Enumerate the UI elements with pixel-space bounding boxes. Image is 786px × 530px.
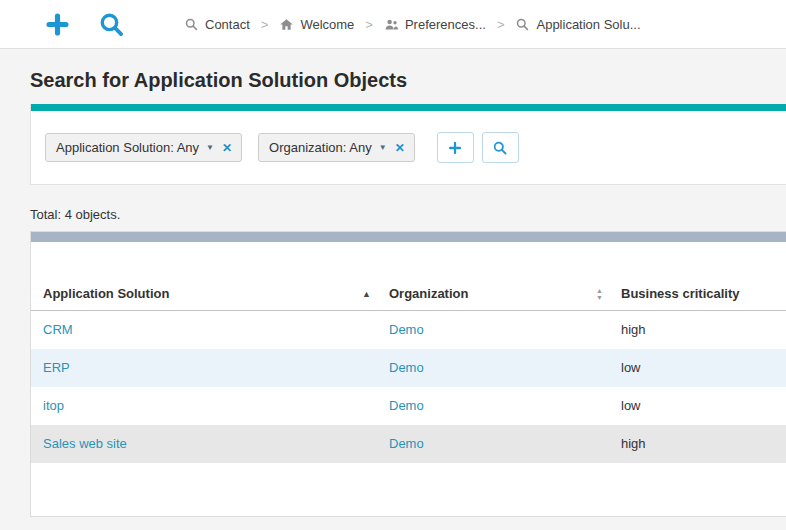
cell-business-criticality: low <box>609 387 786 425</box>
column-label: Business criticality <box>621 286 740 301</box>
search-icon <box>98 11 125 38</box>
table-row: Sales web site Demo high <box>31 425 786 463</box>
column-label: Application Solution <box>43 286 169 301</box>
search-panel: Application Solution: Any ▼ ✕ Organizati… <box>30 104 786 185</box>
search-icon <box>492 140 508 156</box>
cell-organization: Demo <box>377 311 609 349</box>
run-search-button[interactable] <box>482 132 519 163</box>
plus-icon <box>447 140 463 156</box>
table-row: itop Demo low <box>31 387 786 425</box>
breadcrumb-item-welcome[interactable]: Welcome <box>279 17 354 32</box>
breadcrumb-item-contact[interactable]: Contact <box>184 17 250 32</box>
global-search-button[interactable] <box>94 7 128 41</box>
global-toolbar: Contact > Welcome > Preferences... > <box>0 0 786 49</box>
app-window: Contact > Welcome > Preferences... > <box>0 0 786 530</box>
filter-bar: Application Solution: Any ▼ ✕ Organizati… <box>31 111 786 184</box>
results-panel: Application Solution ▲ Organization ▲ ▼ <box>30 231 786 517</box>
breadcrumb-label: Contact <box>205 17 250 32</box>
filter-chip-organization[interactable]: Organization: Any ▼ ✕ <box>258 133 415 162</box>
organization-link[interactable]: Demo <box>389 360 424 375</box>
column-header-application-solution[interactable]: Application Solution ▲ <box>31 286 377 311</box>
column-header-organization[interactable]: Organization ▲ ▼ <box>377 286 609 311</box>
column-header-business-criticality[interactable]: Business criticality <box>609 286 786 311</box>
cell-organization: Demo <box>377 387 609 425</box>
add-criterion-button[interactable] <box>437 132 474 163</box>
chevron-right-icon: > <box>497 17 505 32</box>
cell-application-solution: ERP <box>31 349 377 387</box>
application-solution-link[interactable]: ERP <box>43 360 70 375</box>
filter-chip-application-solution[interactable]: Application Solution: Any ▼ ✕ <box>45 133 242 162</box>
organization-link[interactable]: Demo <box>389 398 424 413</box>
table-row: ERP Demo low <box>31 349 786 387</box>
table-header-row: Application Solution ▲ Organization ▲ ▼ <box>31 286 786 311</box>
remove-filter-icon[interactable]: ✕ <box>395 141 405 155</box>
search-icon <box>515 17 530 32</box>
chevron-right-icon: > <box>261 17 269 32</box>
page-title: Search for Application Solution Objects <box>30 69 786 92</box>
cell-application-solution: CRM <box>31 311 377 349</box>
organization-link[interactable]: Demo <box>389 436 424 451</box>
filter-label: Application Solution: Any <box>56 140 199 155</box>
home-icon <box>279 17 294 32</box>
application-solution-link[interactable]: CRM <box>43 322 73 337</box>
table-row: CRM Demo high <box>31 311 786 349</box>
filter-label: Organization: Any <box>269 140 372 155</box>
cell-business-criticality: low <box>609 349 786 387</box>
results-table: Application Solution ▲ Organization ▲ ▼ <box>31 286 786 463</box>
breadcrumb-label: Preferences... <box>405 17 486 32</box>
cell-business-criticality: high <box>609 311 786 349</box>
remove-filter-icon[interactable]: ✕ <box>222 141 232 155</box>
search-icon <box>184 17 199 32</box>
plus-icon <box>44 11 71 38</box>
breadcrumb-label: Welcome <box>300 17 354 32</box>
column-label: Organization <box>389 286 468 301</box>
chevron-right-icon: > <box>365 17 373 32</box>
breadcrumb: Contact > Welcome > Preferences... > <box>184 17 641 32</box>
breadcrumb-label: Application Solu... <box>536 17 640 32</box>
chevron-down-icon[interactable]: ▼ <box>206 143 214 152</box>
cell-organization: Demo <box>377 425 609 463</box>
breadcrumb-item-application-solution[interactable]: Application Solu... <box>515 17 640 32</box>
chevron-down-icon[interactable]: ▼ <box>379 143 387 152</box>
application-solution-link[interactable]: Sales web site <box>43 436 127 451</box>
page-content: Search for Application Solution Objects … <box>0 49 786 530</box>
search-panel-accent-bar <box>31 104 786 111</box>
sort-icon: ▲ ▼ <box>596 287 603 301</box>
sort-ascending-icon: ▲ <box>362 289 371 299</box>
user-preferences-icon <box>384 17 399 32</box>
cell-application-solution: Sales web site <box>31 425 377 463</box>
cell-application-solution: itop <box>31 387 377 425</box>
breadcrumb-item-preferences[interactable]: Preferences... <box>384 17 486 32</box>
new-object-button[interactable] <box>40 7 74 41</box>
organization-link[interactable]: Demo <box>389 322 424 337</box>
cell-organization: Demo <box>377 349 609 387</box>
results-total: Total: 4 objects. <box>30 207 786 222</box>
application-solution-link[interactable]: itop <box>43 398 64 413</box>
cell-business-criticality: high <box>609 425 786 463</box>
results-panel-header-bar <box>31 232 786 242</box>
